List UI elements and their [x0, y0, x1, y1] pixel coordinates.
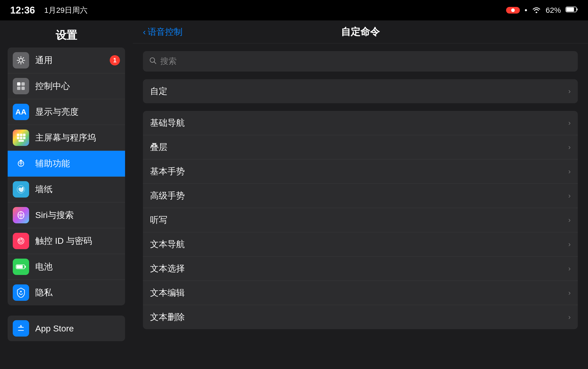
siri-label: Siri与搜索: [35, 209, 74, 221]
accessibility-icon: [13, 155, 29, 172]
advanced-gesture-item[interactable]: 高级手势 ›: [143, 184, 578, 208]
settings-main-group: 通用 1 控制中心: [8, 48, 125, 305]
recording-indicator: [506, 7, 520, 14]
text-select-chevron-icon: ›: [568, 264, 571, 273]
sidebar-item-siri[interactable]: Siri与搜索: [8, 202, 125, 228]
svg-point-24: [20, 240, 21, 241]
privacy-icon: [13, 284, 29, 301]
svg-rect-1: [577, 8, 578, 10]
overlay-chevron-icon: ›: [568, 143, 571, 151]
svg-rect-14: [18, 140, 24, 142]
recording-dot: [511, 8, 515, 12]
svg-rect-6: [17, 87, 20, 90]
svg-rect-5: [21, 82, 25, 86]
text-edit-label: 文本编辑: [150, 287, 185, 299]
svg-line-30: [154, 62, 156, 64]
svg-rect-11: [17, 137, 19, 139]
basic-gesture-item[interactable]: 基本手势 ›: [143, 159, 578, 184]
homescreen-label: 主屏幕与程序坞: [35, 132, 96, 144]
homescreen-icon: [13, 130, 29, 146]
general-icon: [13, 52, 29, 68]
advanced-gesture-label: 高级手势: [150, 190, 185, 202]
basic-nav-chevron-icon: ›: [568, 119, 571, 127]
svg-rect-2: [566, 7, 574, 11]
dictation-label: 听写: [150, 214, 167, 226]
custom-chevron-icon: ›: [568, 87, 571, 95]
overlay-label: 叠层: [150, 141, 167, 153]
text-select-label: 文本选择: [150, 263, 185, 274]
search-bar[interactable]: 搜索: [143, 51, 578, 72]
settings-list: 通用 1 控制中心: [0, 48, 133, 349]
svg-rect-27: [17, 265, 23, 268]
sidebar-item-homescreen[interactable]: 主屏幕与程序坞: [8, 125, 125, 151]
svg-rect-7: [21, 87, 25, 90]
basic-nav-label: 基础导航: [150, 117, 185, 129]
main-content: 设置 通用 1: [0, 20, 588, 369]
appstore-label: App Store: [35, 324, 74, 333]
sidebar-item-wallpaper[interactable]: 墙纸: [8, 177, 125, 202]
custom-label: 自定: [150, 85, 167, 97]
sidebar-item-general[interactable]: 通用 1: [8, 48, 125, 73]
back-button[interactable]: ‹ 语音控制: [143, 26, 182, 38]
right-header: ‹ 语音控制 自定命令: [133, 20, 588, 43]
battery-settings-icon: [13, 259, 29, 275]
text-select-item[interactable]: 文本选择 ›: [143, 257, 578, 281]
category-group: 基础导航 › 叠层 › 基本手势 › 高级手势 › 听写 ›: [143, 111, 578, 329]
search-placeholder: 搜索: [160, 56, 177, 67]
text-edit-item[interactable]: 文本编辑 ›: [143, 281, 578, 305]
text-delete-label: 文本删除: [150, 311, 185, 323]
wallpaper-label: 墙纸: [35, 183, 53, 195]
svg-point-19: [22, 187, 23, 189]
privacy-label: 隐私: [35, 287, 53, 298]
svg-rect-26: [25, 266, 26, 268]
status-bar: 12:36 1月29日周六 • 62%: [0, 0, 588, 20]
wallpaper-icon: [13, 181, 29, 198]
custom-group: 自定 ›: [143, 79, 578, 103]
sidebar-item-display[interactable]: AA 显示与亮度: [8, 99, 125, 125]
right-content: 搜索 自定 › 基础导航 › 叠层 ›: [133, 43, 588, 369]
text-edit-chevron-icon: ›: [568, 289, 571, 297]
touchid-icon: [13, 233, 29, 249]
basic-nav-item[interactable]: 基础导航 ›: [143, 111, 578, 135]
dictation-item[interactable]: 听写 ›: [143, 208, 578, 232]
display-icon: AA: [13, 104, 29, 120]
text-nav-label: 文本导航: [150, 238, 185, 250]
sidebar-item-accessibility[interactable]: 辅助功能: [8, 151, 125, 177]
svg-point-28: [20, 291, 22, 292]
general-label: 通用: [35, 54, 53, 66]
display-label: 显示与亮度: [35, 106, 79, 118]
back-chevron-icon: ‹: [143, 27, 146, 37]
touchid-label: 触控 ID 与密码: [35, 235, 92, 247]
text-delete-item[interactable]: 文本删除 ›: [143, 305, 578, 329]
sidebar-item-battery[interactable]: 电池: [8, 254, 125, 280]
battery-label: 电池: [35, 261, 53, 273]
sidebar-item-touchid[interactable]: 触控 ID 与密码: [8, 228, 125, 254]
sidebar-item-privacy[interactable]: 隐私: [8, 280, 125, 305]
search-icon: [149, 57, 157, 66]
overlay-item[interactable]: 叠层 ›: [143, 135, 578, 159]
custom-item[interactable]: 自定 ›: [143, 79, 578, 103]
wifi-icon: [532, 6, 541, 15]
svg-rect-9: [20, 134, 22, 136]
text-nav-chevron-icon: ›: [568, 240, 571, 248]
basic-gesture-label: 基本手势: [150, 166, 185, 177]
text-delete-chevron-icon: ›: [568, 313, 571, 321]
dictation-chevron-icon: ›: [568, 216, 571, 224]
battery-percent: 62%: [546, 6, 561, 15]
control-center-label: 控制中心: [35, 80, 70, 92]
general-badge: 1: [110, 55, 120, 65]
sidebar-item-appstore[interactable]: App Store: [8, 316, 125, 341]
svg-rect-4: [17, 82, 20, 86]
left-panel: 设置 通用 1: [0, 20, 133, 369]
status-date: 1月29日周六: [44, 5, 88, 16]
basic-gesture-chevron-icon: ›: [568, 167, 571, 176]
text-nav-item[interactable]: 文本导航 ›: [143, 232, 578, 257]
svg-rect-8: [17, 134, 19, 136]
sidebar-item-control-center[interactable]: 控制中心: [8, 73, 125, 99]
accessibility-label: 辅助功能: [35, 158, 70, 169]
settings-apps-group: App Store: [8, 316, 125, 341]
settings-title: 设置: [0, 20, 133, 48]
back-label: 语音控制: [148, 26, 182, 38]
right-panel: ‹ 语音控制 自定命令 搜索 自定 ›: [133, 20, 588, 369]
status-right: • 62%: [506, 6, 578, 15]
